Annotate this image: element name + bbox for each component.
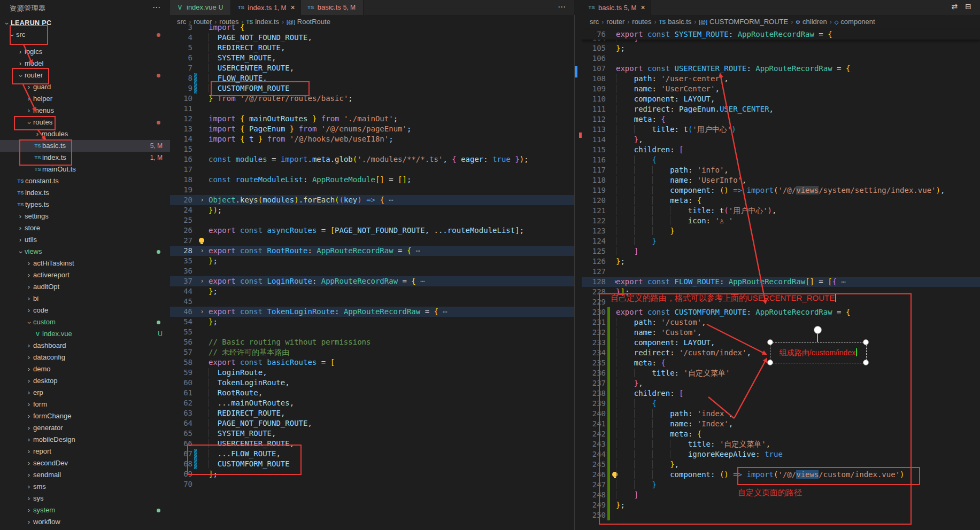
code-line-8[interactable]: 8 FLOW_ROUTE, <box>170 73 574 83</box>
tree-root-learun-pc[interactable]: ›LEARUN PC <box>0 17 170 29</box>
tree-item-system[interactable]: ›system <box>0 504 170 516</box>
tree-item-menus[interactable]: ›menus <box>0 105 170 116</box>
code-line-122[interactable]: 122 icon: '♙ ' <box>582 216 980 226</box>
code-line-65[interactable]: 65 SYSTEM_ROUTE, <box>170 428 574 439</box>
breadcrumb-item-src[interactable]: src <box>590 18 599 26</box>
breadcrumb-item-routes[interactable]: routes <box>632 18 651 26</box>
tree-item-dashboard[interactable]: ›dashboard <box>0 340 170 352</box>
tree-item-secondDev[interactable]: ›secondDev <box>0 457 170 469</box>
code-line-18[interactable]: 18const routeModuleList: AppRouteModule[… <box>170 175 574 185</box>
tree-item-index-vue[interactable]: Vindex.vueU <box>0 328 170 340</box>
code-line-236[interactable]: 236 title: '自定义菜单' <box>582 368 980 378</box>
code-line-110[interactable]: 110 component: LAYOUT, <box>582 94 980 104</box>
code-line-229[interactable]: 229 <box>582 297 980 307</box>
code-line-116[interactable]: 116 { <box>582 155 980 165</box>
tree-item-basic-ts[interactable]: TSbasic.ts5, M <box>0 140 170 152</box>
tree-item-routes[interactable]: ›routes <box>0 116 170 128</box>
tree-item-logics[interactable]: ›logics <box>0 46 170 58</box>
code-line-228[interactable]: 228}]; <box>582 287 980 297</box>
code-line-4[interactable]: 4 PAGE_NOT_FOUND_ROUTE, <box>170 33 574 43</box>
code-line-105[interactable]: 105}; <box>582 43 980 53</box>
code-line-123[interactable]: 123 } <box>582 226 980 236</box>
code-line-44[interactable]: 44}; <box>170 286 574 297</box>
code-line-66[interactable]: 66 USERCENTER_ROUTE, <box>170 439 574 449</box>
code-line-45[interactable]: 45 <box>170 297 574 307</box>
open-changes-icon[interactable]: ⇄ <box>952 2 961 11</box>
code-line-232[interactable]: 232 name: 'Custom', <box>582 328 980 338</box>
code-line-233[interactable]: 233 component: LAYOUT, <box>582 338 980 348</box>
fold-chevron-icon[interactable]: › <box>197 246 207 256</box>
code-line-61[interactable]: 61 RootRoute, <box>170 388 574 398</box>
code-line-231[interactable]: 231 path: '/custom', <box>582 317 980 328</box>
code-line-6[interactable]: 6 SYSTEM_ROUTE, <box>170 53 574 63</box>
code-line-249[interactable]: 249}; <box>582 500 980 510</box>
code-line-70[interactable]: 70 <box>170 479 574 489</box>
code-line-237[interactable]: 237 }, <box>582 378 980 388</box>
breadcrumb-item-router[interactable]: router <box>606 18 624 26</box>
code-line-246[interactable]: 246 component: () => import('/@/views/cu… <box>582 470 980 480</box>
tree-item-actHiTaskinst[interactable]: ›actHiTaskinst <box>0 258 170 269</box>
tree-item-bi[interactable]: ›bi <box>0 293 170 305</box>
sticky-scroll-line[interactable]: 76export const SYSTEM_ROUTE: AppRouteRec… <box>582 29 980 40</box>
tree-item-form[interactable]: ›form <box>0 399 170 410</box>
code-line-15[interactable]: 15 <box>170 144 574 154</box>
code-line-238[interactable]: 238 children: [ <box>582 388 980 399</box>
code-line-5[interactable]: 5 REDIRECT_ROUTE, <box>170 43 574 53</box>
code-line-19[interactable]: 19 <box>170 185 574 195</box>
code-line-107[interactable]: 107export const USERCENTER_ROUTE: AppRou… <box>582 64 980 74</box>
tree-item-types-ts[interactable]: TStypes.ts <box>0 199 170 211</box>
code-line-35[interactable]: 35}; <box>170 256 574 266</box>
tree-item-mobileDesign[interactable]: ›mobileDesign <box>0 434 170 446</box>
code-line-26[interactable]: 26export const asyncRoutes = [PAGE_NOT_F… <box>170 225 574 236</box>
tree-item-workflow[interactable]: ›workflow <box>0 516 170 528</box>
code-line-248[interactable]: 248 ] <box>582 490 980 500</box>
code-line-128[interactable]: 128›export const FLOW_ROUTE: AppRouteRec… <box>582 277 980 287</box>
tree-item-sendmail[interactable]: ›sendmail <box>0 469 170 481</box>
code-line-60[interactable]: 60 TokenLoginRoute, <box>170 378 574 388</box>
code-line-64[interactable]: 64 PAGE_NOT_FOUND_ROUTE, <box>170 418 574 428</box>
breadcrumb-item-basic-ts[interactable]: TSbasic.ts <box>659 18 691 26</box>
code-line-119[interactable]: 119 component: () => import('/@/views/sy… <box>582 185 980 196</box>
code-line-244[interactable]: 244 ignoreKeepAlive: true <box>582 449 980 459</box>
fold-chevron-icon[interactable]: › <box>197 307 207 317</box>
code-line-243[interactable]: 243 title: '自定义菜单', <box>582 439 980 449</box>
code-line-240[interactable]: 240 path: 'index', <box>582 409 980 419</box>
code-line-59[interactable]: 59 LoginRoute, <box>170 368 574 378</box>
split-editor-icon[interactable]: ⊟ <box>965 2 975 11</box>
code-line-63[interactable]: 63 REDIRECT_ROUTE, <box>170 408 574 418</box>
explorer-more-actions-icon[interactable]: ⋯ <box>152 3 160 12</box>
close-icon[interactable]: × <box>290 3 295 12</box>
code-line-127[interactable]: 127 <box>582 267 980 277</box>
code-line-68[interactable]: 68 CUSTOMFORM_ROUTE <box>170 459 574 469</box>
code-line-117[interactable]: 117 path: 'info', <box>582 165 980 175</box>
code-line-125[interactable]: 125 ] <box>582 246 980 256</box>
code-line-7[interactable]: 7 USERCENTER_ROUTE, <box>170 63 574 73</box>
lightbulb-icon[interactable] <box>199 238 204 243</box>
code-line-115[interactable]: 115 children: [ <box>582 145 980 155</box>
tree-item-views[interactable]: ›views <box>0 246 170 258</box>
code-line-120[interactable]: 120 meta: { <box>582 196 980 206</box>
code-line-235[interactable]: 235 meta: { <box>582 358 980 368</box>
tree-item-model[interactable]: ›model <box>0 58 170 69</box>
code-line-69[interactable]: 69]; <box>170 469 574 479</box>
close-icon[interactable]: × <box>641 3 645 12</box>
code-line-13[interactable]: 13import { PageEnum } from '/@/enums/pag… <box>170 124 574 134</box>
code-line-250[interactable]: 250 <box>582 510 980 520</box>
tab-index-ts[interactable]: TSindex.ts1, M× <box>231 0 300 15</box>
code-line-124[interactable]: 124 } <box>582 236 980 246</box>
code-line-12[interactable]: 12import { mainOutRoutes } from './mainO… <box>170 114 574 124</box>
breadcrumb-item-CUSTOMFORM_ROUTE[interactable]: [@]CUSTOMFORM_ROUTE <box>699 18 788 26</box>
code-line-230[interactable]: 230export const CUSTOMFORM_ROUTE: AppRou… <box>582 307 980 317</box>
breadcrumb-item-component[interactable]: ◇component <box>835 18 875 26</box>
tree-item-mainOut-ts[interactable]: TSmainOut.ts <box>0 163 170 175</box>
tree-item-helper[interactable]: ›helper <box>0 93 170 105</box>
code-line-20[interactable]: 20›Object.keys(modules).forEach((key) =>… <box>170 195 574 205</box>
tree-item-utils[interactable]: ›utils <box>0 234 170 246</box>
tree-item-settings[interactable]: ›settings <box>0 211 170 222</box>
code-line-239[interactable]: 239 { <box>582 399 980 409</box>
code-line-54[interactable]: 54}; <box>170 317 574 327</box>
code-line-25[interactable]: 25 <box>170 215 574 225</box>
code-line-57[interactable]: 57// 未经许可的基本路由 <box>170 347 574 357</box>
code-line-55[interactable]: 55 <box>170 327 574 337</box>
code-line-234[interactable]: 234 redirect: '/custom/index', <box>582 348 980 358</box>
